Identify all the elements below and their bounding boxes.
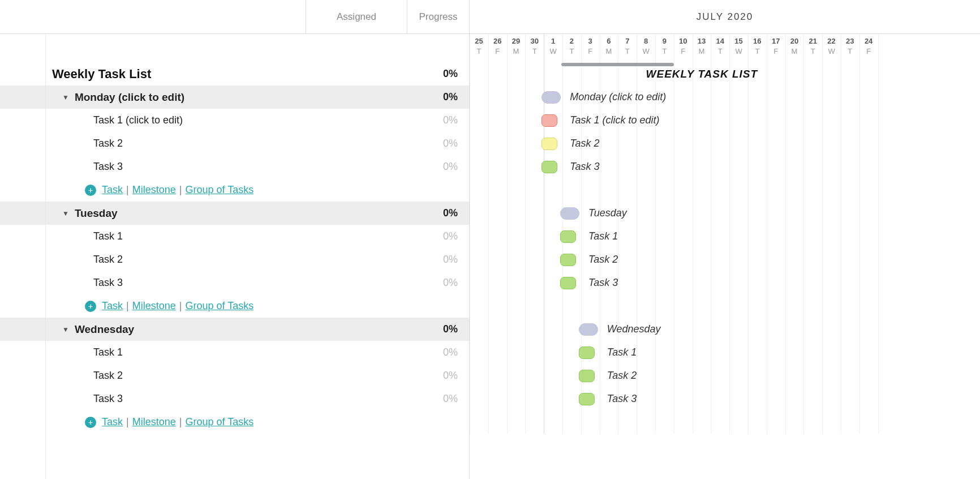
date-column[interactable]: 13M	[693, 34, 711, 62]
date-column[interactable]: 16T	[748, 34, 767, 62]
task-name[interactable]: Task 2	[93, 254, 123, 266]
column-header-assigned[interactable]: Assigned	[306, 0, 407, 33]
task-row[interactable]: Task 30%	[0, 271, 469, 294]
column-header-progress[interactable]: Progress	[407, 0, 470, 33]
date-column[interactable]: 24F	[859, 34, 878, 62]
group-name[interactable]: Monday (click to edit)	[75, 91, 184, 104]
task-row[interactable]: Task 30%	[0, 387, 469, 410]
date-column[interactable]: 15W	[729, 34, 748, 62]
gantt-row[interactable]: Task 1 (click to edit)	[470, 109, 980, 132]
add-group-link[interactable]: Group of Tasks	[185, 184, 253, 195]
task-bar[interactable]	[579, 370, 595, 382]
group-bar[interactable]	[560, 207, 579, 220]
chevron-down-icon[interactable]: ▼	[62, 93, 69, 101]
add-row[interactable]: +Task|Milestone|Group of Tasks	[0, 410, 469, 434]
plus-icon[interactable]: +	[85, 301, 96, 312]
gantt-row[interactable]: Wednesday	[470, 318, 980, 341]
task-name[interactable]: Task 2	[93, 138, 123, 149]
group-row[interactable]: ▼Wednesday0%	[0, 318, 469, 341]
date-column[interactable]: 20M	[785, 34, 804, 62]
add-milestone-link[interactable]: Milestone	[132, 416, 176, 427]
date-column[interactable]: 7T	[618, 34, 637, 62]
task-row[interactable]: Task 10%	[0, 341, 469, 364]
plus-icon[interactable]: +	[85, 417, 96, 428]
progress-value: 0%	[407, 393, 469, 405]
date-column[interactable]: 26F	[488, 34, 507, 62]
task-name[interactable]: Task 1 (click to edit)	[93, 114, 183, 126]
group-row[interactable]: ▼Monday (click to edit)0%	[0, 85, 469, 109]
task-bar[interactable]	[560, 277, 576, 289]
task-name[interactable]: Task 2	[93, 370, 123, 382]
task-row[interactable]: Task 1 (click to edit)0%	[0, 109, 469, 132]
gantt-row[interactable]: Task 3	[470, 387, 980, 410]
project-title[interactable]: Weekly Task List	[52, 67, 151, 82]
task-bar[interactable]	[541, 161, 557, 173]
horizontal-scrollbar[interactable]	[470, 62, 980, 67]
gantt-panel[interactable]: 25T26F29M30T1W2T3F6M7T8W9T10F13M14T15W16…	[470, 34, 980, 479]
gantt-row[interactable]: Task 1	[470, 341, 980, 364]
add-group-link[interactable]: Group of Tasks	[185, 416, 253, 427]
date-column[interactable]: 25T	[470, 34, 488, 62]
date-column[interactable]: 21T	[803, 34, 822, 62]
chevron-down-icon[interactable]: ▼	[62, 326, 69, 333]
add-row[interactable]: +Task|Milestone|Group of Tasks	[0, 294, 469, 318]
gantt-row[interactable]: Task 2	[470, 132, 980, 155]
date-column[interactable]: 30T	[525, 34, 544, 62]
date-column[interactable]: 1W	[544, 34, 562, 62]
task-row[interactable]: Task 30%	[0, 155, 469, 178]
add-milestone-link[interactable]: Milestone	[132, 300, 176, 311]
group-bar[interactable]	[579, 323, 598, 336]
task-bar[interactable]	[579, 393, 595, 405]
date-column[interactable]: 8W	[637, 34, 655, 62]
date-column[interactable]: 3F	[581, 34, 600, 62]
date-column[interactable]: 14T	[711, 34, 729, 62]
date-column[interactable]: 17F	[767, 34, 785, 62]
group-bar[interactable]	[541, 91, 561, 104]
task-bar[interactable]	[560, 254, 576, 266]
task-name[interactable]: Task 3	[93, 393, 123, 405]
task-row[interactable]: Task 10%	[0, 225, 469, 248]
gantt-row[interactable]: WEEKLY TASK LIST	[470, 62, 980, 85]
task-name[interactable]: Task 1	[93, 347, 123, 358]
date-column[interactable]: 29M	[507, 34, 526, 62]
gantt-row[interactable]: Task 2	[470, 248, 980, 271]
task-bar[interactable]	[541, 138, 557, 150]
gantt-row[interactable]: Task 3	[470, 155, 980, 178]
group-name[interactable]: Wednesday	[75, 323, 134, 336]
plus-icon[interactable]: +	[85, 185, 96, 196]
task-row[interactable]: Task 20%	[0, 364, 469, 387]
gantt-row[interactable]	[470, 294, 980, 318]
add-task-link[interactable]: Task	[102, 416, 123, 427]
gantt-row[interactable]: Task 2	[470, 364, 980, 387]
task-row[interactable]: Task 20%	[0, 248, 469, 271]
gantt-row[interactable]	[470, 178, 980, 202]
add-group-link[interactable]: Group of Tasks	[185, 300, 253, 311]
task-gantt-label: Task 2	[607, 370, 637, 382]
date-column[interactable]: 22W	[822, 34, 841, 62]
chevron-down-icon[interactable]: ▼	[62, 209, 69, 217]
gantt-row[interactable]	[470, 410, 980, 434]
group-name[interactable]: Tuesday	[75, 207, 118, 220]
date-column[interactable]: 2T	[562, 34, 581, 62]
date-column[interactable]: 23T	[841, 34, 859, 62]
date-column[interactable]: 9T	[655, 34, 674, 62]
add-milestone-link[interactable]: Milestone	[132, 184, 176, 195]
task-bar[interactable]	[560, 230, 576, 243]
gantt-row[interactable]: Tuesday	[470, 202, 980, 225]
add-row[interactable]: +Task|Milestone|Group of Tasks	[0, 178, 469, 202]
task-name[interactable]: Task 3	[93, 161, 123, 173]
task-bar[interactable]	[579, 347, 595, 359]
task-name[interactable]: Task 1	[93, 230, 123, 242]
task-row[interactable]: Task 20%	[0, 132, 469, 155]
gantt-row[interactable]: Task 3	[470, 271, 980, 294]
add-task-link[interactable]: Task	[102, 184, 123, 195]
date-column[interactable]: 6M	[600, 34, 618, 62]
group-row[interactable]: ▼Tuesday0%	[0, 202, 469, 225]
add-task-link[interactable]: Task	[102, 300, 123, 311]
gantt-row[interactable]: Task 1	[470, 225, 980, 248]
task-bar[interactable]	[541, 114, 557, 127]
task-name[interactable]: Task 3	[93, 277, 123, 289]
gantt-row[interactable]: Monday (click to edit)	[470, 85, 980, 109]
project-title-row[interactable]: Weekly Task List0%	[0, 62, 469, 85]
date-column[interactable]: 10F	[674, 34, 693, 62]
